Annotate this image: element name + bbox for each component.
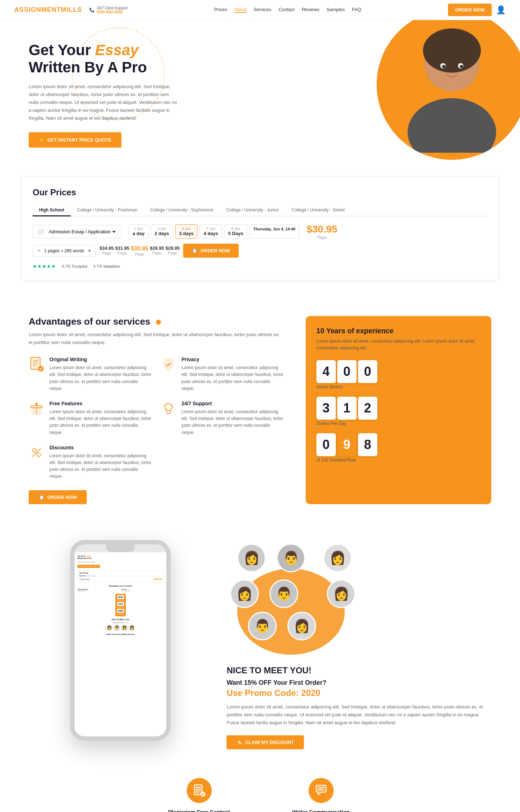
phone-screen-avatars: 👩 👨 👩 👩	[77, 625, 163, 631]
phone-mockup: Get Your EssayWritten By A Pro Lorem ips…	[70, 540, 171, 741]
meet-promo: Use Promo Code: 2020	[226, 688, 491, 698]
counter-label-orders: Orders Per Day	[316, 421, 481, 426]
price-col-5: $28.95Page	[166, 245, 180, 256]
svg-point-13	[38, 366, 44, 372]
claim-discount-btn[interactable]: 🏷️ CLAIM MY DISCOUNT	[226, 735, 304, 749]
svg-point-1	[408, 98, 496, 153]
support-label: 24/7 Client Support 0320 4562 8032	[97, 6, 128, 14]
phone-screen-tabs: High School College / University	[79, 575, 162, 577]
phone-screen-meet-title: NICE TO MEET YOU!	[77, 618, 163, 621]
navbar-order-btn[interactable]: ORDER NOW	[448, 4, 492, 16]
adv-original-writing-text: Original Writing Lorem ipsum dolor sit a…	[49, 357, 152, 392]
hero-cta-btn[interactable]: ⚡ GET INSTANT PRICE QUOTE	[29, 132, 121, 148]
discounts-icon	[29, 445, 44, 460]
adv-original-writing: Original Writing Lorem ipsum dolor sit a…	[29, 357, 152, 392]
digit-2: 2	[358, 397, 377, 420]
counter-satisfied: 0 9 8 of 100 Satisfied Rate	[316, 433, 481, 463]
phone-screen-counter-digits: 400	[117, 595, 124, 599]
deadline-5days[interactable]: 6 Jun 5 Days	[224, 224, 247, 239]
phone-screen-counter-block: 400 Active Writers 312 Orders Per Day 09…	[115, 594, 126, 616]
hero-section: Get Your Essay Written By A Pro Lorem ip…	[0, 20, 520, 162]
advantages-section: Advantages of our services Lorem ipsum d…	[0, 295, 520, 525]
deadline-options: 1 Jun a day 2 Jun 2 days 4 Jun 3 days 5 …	[129, 224, 299, 239]
phone-screen-best-selling: Some of our best selling services	[77, 633, 163, 635]
original-writing-icon	[29, 357, 44, 372]
digit-0c: 0	[316, 433, 336, 456]
meet-desc: Lorem ipsum dolor sit amet, consectetur …	[226, 703, 491, 727]
phone-screen-price: $30.95	[154, 578, 162, 581]
counter-label-writers: Active Writers	[316, 384, 481, 390]
digit-1: 1	[337, 397, 357, 420]
price-per-page: Page	[317, 235, 326, 239]
nav-about[interactable]: About	[234, 7, 247, 13]
tab-freshman[interactable]: College / University - Freshman	[71, 205, 144, 216]
phone-screen-select: Admission Essay	[79, 578, 90, 581]
tab-sophomore[interactable]: College / University - Sophomore	[144, 205, 220, 216]
digit-8: 8	[358, 433, 377, 456]
price-controls: 📄 Admission Essay / Application Research…	[33, 224, 487, 239]
avatar-1: 👩	[237, 544, 266, 572]
hero-content: Get Your Essay Written By A Pro Lorem ip…	[29, 42, 179, 148]
user-icon[interactable]: 👤	[496, 5, 506, 15]
phone-screen-adv-1: Original Writing Lorem ipsum dolor...	[77, 588, 119, 592]
avatar-4: 👩	[230, 579, 259, 608]
nav-services[interactable]: Services	[254, 7, 272, 13]
deadline-3days[interactable]: 4 Jun 3 days	[175, 224, 197, 239]
deadline-1day[interactable]: 1 Jun a day	[129, 224, 148, 239]
phone-screen-counter-label: Active Writers	[117, 600, 124, 601]
order-now-btn[interactable]: 📋 ORDER NOW	[183, 244, 238, 258]
qty-minus[interactable]: −	[37, 248, 40, 254]
avatar-5: 👨	[269, 579, 298, 608]
phone-screen-adv-2: Privacy Lorem ipsum dolor...	[121, 588, 163, 592]
feature-writer-comm: Writer Communication Lorem ipsum dolor s…	[271, 778, 371, 812]
price-col-1: $34.95Page	[99, 245, 114, 256]
prices-title: Our Prices	[33, 187, 487, 197]
hero-image	[377, 20, 520, 160]
phone-screen-adv-title: Advantages of our services	[77, 585, 163, 587]
nav-faq[interactable]: FAQ	[352, 7, 361, 13]
nav-samples[interactable]: Samples	[326, 7, 345, 13]
nav-reviews[interactable]: Reviews	[302, 7, 319, 13]
phone-screen-tab-active: High School	[79, 575, 86, 577]
svg-point-18	[33, 449, 36, 452]
nav-contact[interactable]: Contact	[278, 7, 295, 13]
sitejabber-score: 4.7/5 sitejabber	[93, 264, 120, 268]
brand-name-part2: MILLS	[61, 6, 82, 13]
project-type-select[interactable]: Admission Essay / Application Research P…	[47, 229, 117, 235]
svg-point-6	[442, 65, 445, 68]
tab-junior[interactable]: College / University - Junior	[220, 205, 285, 216]
adv-discounts: Discounts Lorem ipsum dolor sit amet, co…	[29, 445, 152, 480]
phone-screen-adv-grid: Original Writing Lorem ipsum dolor... Pr…	[77, 588, 163, 592]
svg-point-19	[37, 453, 40, 457]
trustpilot-bar: ★★★★★ 4.7/5 Trustpilot 4.7/5 sitejabber	[33, 263, 487, 269]
writer-comm-title: Writer Communication	[271, 809, 371, 812]
qty-plus[interactable]: +	[88, 248, 91, 254]
project-type-select-wrapper: 📄 Admission Essay / Application Research…	[33, 225, 121, 238]
prices-section: Our Prices High School College / Univers…	[0, 162, 520, 295]
tab-high-school[interactable]: High School	[33, 205, 71, 216]
advantages-grid: Original Writing Lorem ipsum dolor sit a…	[29, 357, 284, 480]
adv-free-features-text: Free Features Lorem ipsum dolor sit amet…	[49, 401, 152, 436]
current-price: $30.95	[306, 224, 337, 235]
adv-order-btn[interactable]: 📋 ORDER NOW	[29, 490, 87, 504]
plagiarism-icon-circle	[187, 778, 212, 803]
avatar-6: 👩	[327, 579, 356, 608]
price-row: − 1 pages = 280 words + $34.95Page $31.9…	[33, 244, 487, 258]
deadline-thu[interactable]: Thursday, Jun 4, 14:40	[249, 224, 300, 239]
deadline-4days[interactable]: 5 Jun 4 days	[200, 224, 222, 239]
meet-section: 👩 👨 👩 👩 👨 👩 👨 👩 NICE TO MEET YOU! Want 1…	[226, 540, 491, 749]
phone-screen-promo: 2020	[125, 622, 128, 624]
phone-avatar-4: 👩	[129, 625, 135, 631]
phone-avatar-2: 👨	[114, 625, 120, 631]
privacy-icon	[161, 357, 176, 372]
digit-4: 4	[316, 360, 336, 383]
support-phone-icon: 📞	[89, 8, 95, 13]
navbar: ASSIGNMENTMILLS 📞 24/7 Client Support 03…	[0, 0, 520, 20]
phone-screen-adv-1-desc: Lorem ipsum dolor...	[77, 590, 119, 592]
tab-senior[interactable]: College / University - Senior	[285, 205, 352, 216]
svg-point-25	[200, 792, 205, 797]
nav-prices[interactable]: Prices	[214, 7, 227, 13]
price-col-4: $29.95Page	[150, 245, 164, 256]
deadline-2days[interactable]: 2 Jun 2 days	[151, 224, 173, 239]
adv-free-features: Free Features Lorem ipsum dolor sit amet…	[29, 401, 152, 436]
